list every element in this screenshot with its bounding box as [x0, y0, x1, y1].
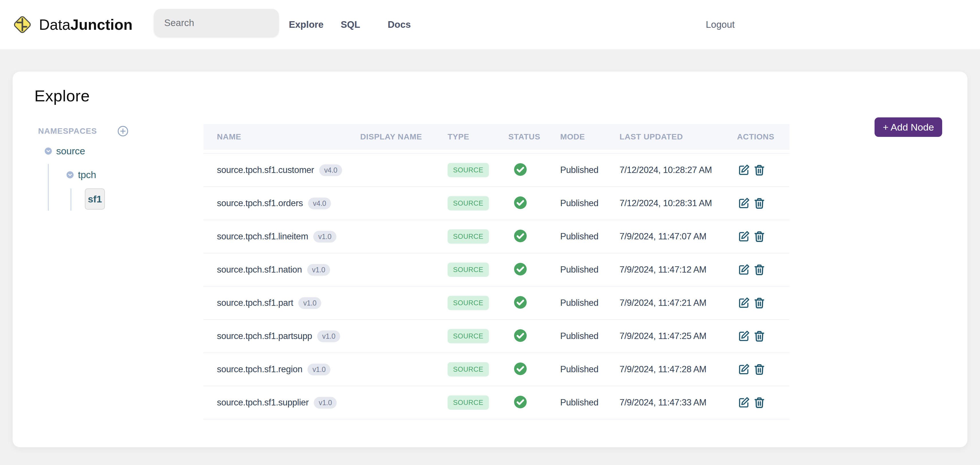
edit-node-button[interactable] [737, 329, 751, 343]
delete-node-button[interactable] [752, 296, 766, 310]
edit-node-button[interactable] [737, 197, 751, 210]
edit-node-button[interactable] [737, 362, 751, 376]
column-header-type: TYPE [448, 132, 508, 141]
version-badge: v1.0 [298, 297, 321, 309]
edit-node-button[interactable] [737, 230, 751, 243]
nav-sql[interactable]: SQL [341, 0, 360, 49]
type-cell: SOURCE [448, 329, 508, 343]
actions-cell [737, 329, 789, 343]
status-valid-icon [514, 262, 527, 276]
last-updated-cell: 7/12/2024, 10:28:31 AM [619, 198, 737, 208]
tree-label-tpch: tpch [78, 169, 96, 180]
edit-icon [737, 296, 751, 310]
edit-node-button[interactable] [737, 163, 751, 177]
type-cell: SOURCE [448, 296, 508, 310]
trash-icon [752, 263, 766, 276]
namespaces-header: NAMESPACES [38, 125, 129, 137]
trash-icon [752, 230, 766, 243]
table-header-row: NAME DISPLAY NAME TYPE STATUS MODE LAST … [204, 124, 789, 150]
type-badge: SOURCE [448, 329, 489, 343]
last-updated-cell: 7/12/2024, 10:28:27 AM [619, 165, 737, 175]
top-bar: DataJunction Explore SQL Docs Logout [0, 0, 980, 49]
actions-cell [737, 362, 789, 376]
delete-node-button[interactable] [752, 329, 766, 343]
delete-node-button[interactable] [752, 230, 766, 243]
column-header-status: STATUS [508, 132, 560, 141]
delete-node-button[interactable] [752, 396, 766, 409]
node-name-link[interactable]: source.tpch.sf1.orders [217, 198, 303, 208]
trash-icon [752, 197, 766, 210]
sidebar-item-sf1[interactable]: sf1 [85, 189, 105, 209]
node-name-link[interactable]: source.tpch.sf1.part [217, 298, 293, 308]
status-cell [508, 395, 560, 410]
type-cell: SOURCE [448, 196, 508, 211]
status-cell [508, 229, 560, 244]
mode-cell: Published [560, 364, 619, 375]
add-node-button[interactable]: + Add Node [875, 117, 942, 137]
column-header-mode: MODE [560, 132, 619, 141]
tree-guide-line [70, 189, 72, 211]
column-header-actions: ACTIONS [737, 132, 789, 141]
sidebar-item-source[interactable]: source [45, 146, 85, 157]
add-namespace-icon[interactable] [117, 125, 129, 137]
sidebar-item-tpch[interactable]: tpch [66, 169, 96, 180]
delete-node-button[interactable] [752, 263, 766, 276]
name-cell: source.tpch.sf1.part v1.0 [217, 297, 360, 309]
name-cell: source.tpch.sf1.customer v4.0 [217, 164, 360, 176]
edit-icon [737, 230, 751, 243]
edit-node-button[interactable] [737, 396, 751, 409]
node-name-link[interactable]: source.tpch.sf1.supplier [217, 397, 309, 408]
junction-sign-icon [13, 15, 32, 34]
nav-docs[interactable]: Docs [388, 0, 411, 49]
mode-cell: Published [560, 231, 619, 242]
brand-name: DataJunction [39, 16, 133, 33]
edit-icon [737, 329, 751, 343]
edit-icon [737, 263, 751, 276]
type-badge: SOURCE [448, 163, 489, 177]
delete-node-button[interactable] [752, 362, 766, 376]
delete-node-button[interactable] [752, 197, 766, 210]
trash-icon [752, 362, 766, 376]
brand-name-bold: Junction [70, 16, 133, 33]
actions-cell [737, 197, 789, 210]
page-title: Explore [34, 86, 90, 105]
mode-cell: Published [560, 165, 619, 175]
status-cell [508, 362, 560, 377]
type-cell: SOURCE [448, 229, 508, 244]
column-header-last-updated: LAST UPDATED [619, 132, 737, 141]
search-input[interactable] [154, 9, 279, 37]
namespaces-label: NAMESPACES [38, 127, 97, 136]
delete-node-button[interactable] [752, 163, 766, 177]
status-cell [508, 196, 560, 211]
main-card: Explore NAMESPACES source tpch [13, 71, 967, 447]
nodes-table: NAME DISPLAY NAME TYPE STATUS MODE LAST … [204, 124, 789, 419]
brand-logo[interactable]: DataJunction [13, 13, 133, 37]
logout-button[interactable]: Logout [706, 0, 735, 49]
trash-icon [752, 296, 766, 310]
node-name-link[interactable]: source.tpch.sf1.region [217, 364, 302, 375]
trash-icon [752, 163, 766, 177]
table-row: source.tpch.sf1.partsupp v1.0 SOURCE Pub… [204, 320, 789, 353]
table-row: source.tpch.sf1.region v1.0 SOURCE Publi… [204, 353, 789, 386]
last-updated-cell: 7/9/2024, 11:47:21 AM [619, 298, 737, 308]
name-cell: source.tpch.sf1.supplier v1.0 [217, 397, 360, 409]
mode-cell: Published [560, 298, 619, 308]
node-name-link[interactable]: source.tpch.sf1.customer [217, 165, 314, 175]
node-name-link[interactable]: source.tpch.sf1.nation [217, 265, 302, 275]
column-header-name: NAME [217, 132, 360, 141]
node-name-link[interactable]: source.tpch.sf1.partsupp [217, 331, 312, 341]
table-body: source.tpch.sf1.customer v4.0 SOURCE Pub… [204, 153, 789, 419]
name-cell: source.tpch.sf1.region v1.0 [217, 363, 360, 375]
name-cell: source.tpch.sf1.orders v4.0 [217, 198, 360, 209]
trash-icon [752, 396, 766, 409]
edit-node-button[interactable] [737, 296, 751, 310]
status-valid-icon [514, 163, 527, 176]
actions-cell [737, 230, 789, 243]
edit-node-button[interactable] [737, 263, 751, 276]
column-header-display-name: DISPLAY NAME [360, 132, 448, 141]
status-cell [508, 295, 560, 310]
node-name-link[interactable]: source.tpch.sf1.lineitem [217, 231, 308, 242]
type-badge: SOURCE [448, 296, 489, 310]
nav-explore[interactable]: Explore [289, 0, 323, 49]
status-valid-icon [514, 362, 527, 376]
